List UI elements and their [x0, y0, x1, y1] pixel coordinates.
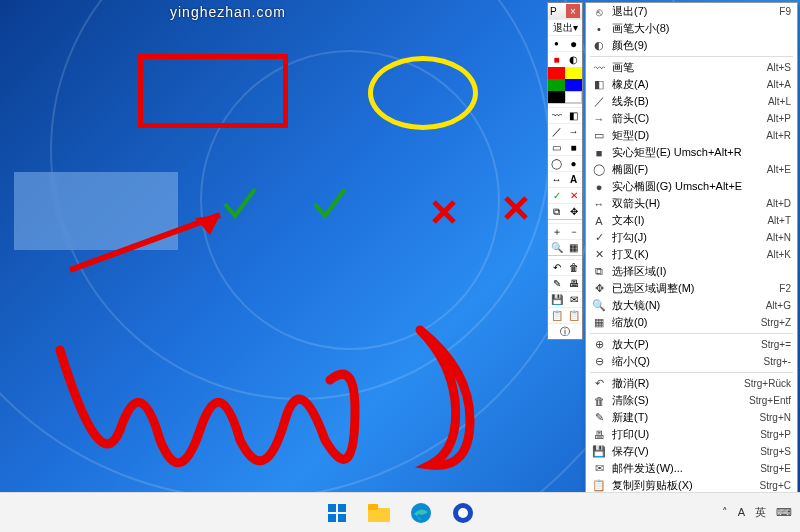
tool-check[interactable]: ✓✕ — [548, 187, 582, 203]
swatch-red[interactable] — [548, 67, 565, 79]
tool-panel-title: P — [550, 6, 557, 17]
tool-rect[interactable]: ▭■ — [548, 139, 582, 155]
menu-item[interactable]: ✓打勾(J)Alt+N — [586, 229, 797, 246]
menu-item-shortcut: Alt+N — [766, 232, 791, 243]
swatch-black[interactable] — [548, 91, 565, 103]
menu-item-icon: ◯ — [591, 163, 607, 176]
menu-item-icon: ▦ — [591, 316, 607, 329]
menu-item-label: 箭头(C) — [612, 111, 767, 126]
menu-item-label: 撤消(R) — [612, 376, 744, 391]
tool-panel-titlebar[interactable]: P × — [548, 3, 582, 19]
tool-undo[interactable]: ↶🗑 — [548, 259, 582, 275]
start-button[interactable] — [325, 501, 349, 525]
tool-pen[interactable]: 〰◧ — [548, 107, 582, 123]
menu-item[interactable]: ⊕放大(P)Strg+= — [586, 336, 797, 353]
svg-rect-3 — [338, 514, 346, 522]
menu-item[interactable]: 🗑清除(S)Strg+Entf — [586, 392, 797, 409]
menu-item[interactable]: ⊖缩小(Q)Strg+- — [586, 353, 797, 370]
menu-item[interactable]: 📋复制到剪贴板(X)Strg+C — [586, 477, 797, 492]
ime-letter[interactable]: A — [738, 506, 745, 518]
menu-item-icon: A — [591, 215, 607, 227]
menu-item-shortcut: Strg+E — [760, 463, 791, 474]
menu-item-icon: 💾 — [591, 445, 607, 458]
menu-item[interactable]: ■实心矩型(E) Umsch+Alt+R — [586, 144, 797, 161]
menu-item-shortcut: Alt+D — [766, 198, 791, 209]
menu-item[interactable]: ◧橡皮(A)Alt+A — [586, 76, 797, 93]
tool-clip[interactable]: 📋📋 — [548, 307, 582, 323]
menu-item[interactable]: •画笔大小(8) — [586, 20, 797, 37]
menu-item[interactable]: A文本(I)Alt+T — [586, 212, 797, 229]
menu-item-shortcut: F2 — [779, 283, 791, 294]
svg-rect-2 — [328, 514, 336, 522]
desktop-wallpaper: yinghezhan.com P × 退出▾ ● ● ■ ◐ — [0, 0, 800, 492]
menu-item[interactable]: 🔍放大镜(N)Alt+G — [586, 297, 797, 314]
close-icon[interactable]: × — [566, 4, 580, 18]
ime-kbd-icon[interactable]: ⌨ — [776, 506, 792, 519]
tool-line[interactable]: ／→ — [548, 123, 582, 139]
swatch-white[interactable] — [565, 91, 582, 103]
menu-item[interactable]: ✉邮件发送(W)...Strg+E — [586, 460, 797, 477]
annotation-ellipse — [368, 56, 478, 130]
app-icon[interactable] — [451, 501, 475, 525]
menu-item-icon: ▭ — [591, 129, 607, 142]
color-picker-row[interactable]: ■ ◐ — [548, 51, 582, 67]
menu-item-icon: ● — [591, 181, 607, 193]
tool-about[interactable]: ⓘ — [548, 323, 582, 339]
menu-item[interactable]: ✎新建(T)Strg+N — [586, 409, 797, 426]
menu-item[interactable]: 🖶打印(U)Strg+P — [586, 426, 797, 443]
menu-item[interactable]: →箭头(C)Alt+P — [586, 110, 797, 127]
menu-item-label: 保存(V) — [612, 444, 760, 459]
tool-darrow[interactable]: ↔A — [548, 171, 582, 187]
menu-item[interactable]: 〰画笔Alt+S — [586, 59, 797, 76]
menu-item[interactable]: ✕打叉(K)Alt+K — [586, 246, 797, 263]
menu-separator — [590, 333, 793, 334]
menu-item[interactable]: 💾保存(V)Strg+S — [586, 443, 797, 460]
context-menu: ⎋退出(7)F9•画笔大小(8)◐颜色(9)〰画笔Alt+S◧橡皮(A)Alt+… — [585, 2, 798, 492]
menu-item-icon: ✉ — [591, 462, 607, 475]
menu-item-icon: ✎ — [591, 411, 607, 424]
menu-item-icon: 〰 — [591, 62, 607, 74]
swatch-yellow[interactable] — [565, 67, 582, 79]
menu-item-icon: → — [591, 113, 607, 125]
menu-item-shortcut: Strg+Rück — [744, 378, 791, 389]
menu-item[interactable]: ▦缩放(0)Strg+Z — [586, 314, 797, 331]
edge-icon[interactable] — [409, 501, 433, 525]
menu-item[interactable]: ↔双箭头(H)Alt+D — [586, 195, 797, 212]
tool-ellipse[interactable]: ◯● — [548, 155, 582, 171]
swatch-blue[interactable] — [565, 79, 582, 91]
menu-item-label: 退出(7) — [612, 4, 779, 19]
menu-item-label: 橡皮(A) — [612, 77, 767, 92]
menu-separator — [590, 56, 793, 57]
tray-chevron-icon[interactable]: ˄ — [722, 506, 728, 519]
menu-item-label: 打叉(K) — [612, 247, 767, 262]
menu-item-shortcut: Strg+Z — [761, 317, 791, 328]
tool-save-mail[interactable]: 💾✉ — [548, 291, 582, 307]
exit-button[interactable]: 退出▾ — [548, 19, 582, 35]
menu-item[interactable]: ◐颜色(9) — [586, 37, 797, 54]
menu-item-icon: ↶ — [591, 377, 607, 390]
menu-item[interactable]: ◯椭圆(F)Alt+E — [586, 161, 797, 178]
explorer-icon[interactable] — [367, 501, 391, 525]
menu-item-icon: ⎋ — [591, 6, 607, 18]
ime-lang[interactable]: 英 — [755, 505, 766, 520]
menu-item-label: 放大镜(N) — [612, 298, 766, 313]
menu-item[interactable]: ▭矩型(D)Alt+R — [586, 127, 797, 144]
tool-zoom-step[interactable]: ＋－ — [548, 223, 582, 239]
dropdown-icon: ▾ — [573, 22, 578, 33]
tool-new-print[interactable]: ✎🖶 — [548, 275, 582, 291]
tool-panel[interactable]: P × 退出▾ ● ● ■ ◐ 〰◧ ／→ ▭■ ◯● ↔A ✓✕ ⧉✥ — [547, 2, 583, 340]
menu-item-label: 放大(P) — [612, 337, 761, 352]
menu-item[interactable]: ⎋退出(7)F9 — [586, 3, 797, 20]
menu-item[interactable]: ／线条(B)Alt+L — [586, 93, 797, 110]
tool-select[interactable]: ⧉✥ — [548, 203, 582, 219]
menu-item-icon: 🗑 — [591, 395, 607, 407]
menu-item[interactable]: ●实心椭圆(G) Umsch+Alt+E — [586, 178, 797, 195]
menu-item[interactable]: ⧉选择区域(I) — [586, 263, 797, 280]
swatch-green[interactable] — [548, 79, 565, 91]
menu-item-label: 新建(T) — [612, 410, 760, 425]
menu-item[interactable]: ↶撤消(R)Strg+Rück — [586, 375, 797, 392]
tool-magnify[interactable]: 🔍▦ — [548, 239, 582, 255]
menu-item-label: 画笔 — [612, 60, 767, 75]
stroke-size-row[interactable]: ● ● — [548, 35, 582, 51]
menu-item[interactable]: ✥已选区域调整(M)F2 — [586, 280, 797, 297]
